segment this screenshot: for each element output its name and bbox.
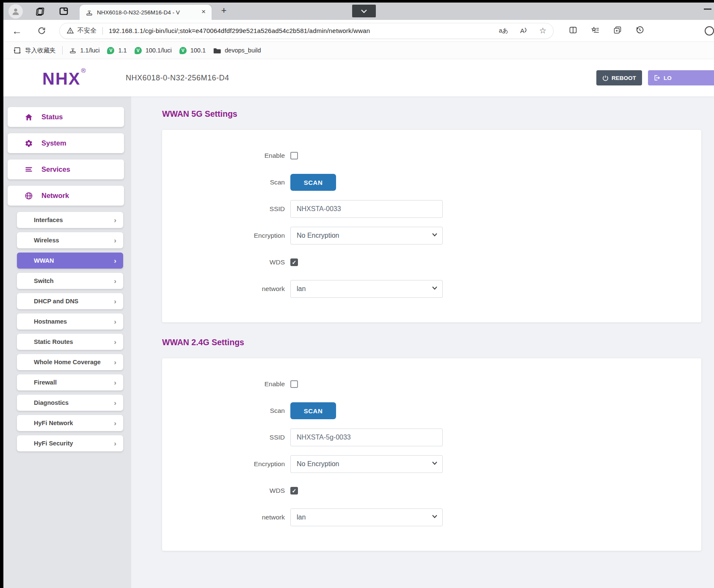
profile-avatar[interactable]: [8, 4, 23, 19]
v-favicon: V: [179, 47, 187, 54]
enable-checkbox[interactable]: [290, 380, 298, 388]
bookmark-item[interactable]: 1.1/luci: [65, 44, 104, 56]
chevron-right-icon: ›: [114, 440, 116, 447]
sidebar-item-hyfi-security[interactable]: HyFi Security ›: [17, 435, 123, 451]
wds-label: WDS: [162, 487, 285, 495]
sidebar-item-hyfi-network[interactable]: HyFi Network ›: [17, 415, 123, 431]
section-title-wwan-5g: WWAN 5G Settings: [162, 109, 701, 119]
copilot-icon[interactable]: [705, 26, 714, 36]
import-favorites-label: 导入收藏夹: [25, 47, 56, 55]
chevron-right-icon: ›: [114, 359, 116, 366]
read-aloud-icon[interactable]: A: [520, 27, 527, 34]
network-label: network: [162, 514, 285, 521]
bookmark-item[interactable]: devops_build: [210, 45, 265, 56]
back-button[interactable]: ←: [11, 25, 23, 37]
screen-top-edge: [0, 0, 714, 3]
bookmark-label: 1.1/luci: [80, 47, 100, 54]
refresh-button[interactable]: [36, 25, 47, 37]
reboot-button[interactable]: REBOOT: [596, 70, 642, 85]
list-icon: [25, 165, 33, 174]
scan-label: Scan: [162, 179, 285, 186]
encryption-value: No Encryption: [297, 460, 339, 468]
collections-add-icon[interactable]: [613, 26, 622, 36]
chevron-down-icon: [361, 9, 367, 13]
sidebar-item-system[interactable]: System: [8, 133, 124, 153]
chevron-down-icon: [432, 233, 437, 236]
folder-icon: [213, 47, 221, 54]
import-favorites-icon: [13, 47, 21, 54]
wds-checkbox[interactable]: ✓: [290, 487, 298, 495]
sidebar-item-firewall[interactable]: Firewall ›: [17, 374, 123, 390]
sidebar-item-hostnames[interactable]: Hostnames ›: [17, 313, 123, 330]
ssid-input[interactable]: [290, 429, 443, 446]
chevron-right-icon: ›: [114, 237, 116, 244]
sidebar-item-dhcp-and-dns[interactable]: DHCP and DNS ›: [17, 293, 123, 309]
sidebar-item-diagnostics[interactable]: Diagnostics ›: [17, 395, 123, 411]
sidebar-item-status[interactable]: Status: [8, 107, 124, 127]
ssid-input[interactable]: [290, 200, 443, 218]
encryption-select[interactable]: No Encryption: [290, 455, 443, 473]
sidebar-item-wireless[interactable]: Wireless ›: [17, 232, 123, 248]
address-bar[interactable]: 不安全 192.168.1.1/cgi-bin/luci/;stok=e4700…: [59, 23, 554, 39]
bookmark-item[interactable]: V 100.1: [176, 45, 210, 56]
security-label: 不安全: [77, 27, 96, 35]
network-select[interactable]: lan: [290, 508, 443, 526]
bookmark-label: 1.1: [118, 47, 127, 54]
address-divider: [102, 27, 103, 35]
wwan-5g-settings-card: Enable Scan SCAN SSID Encryption No Encr…: [162, 130, 701, 322]
screen-left-edge: [0, 0, 3, 588]
chevron-right-icon: ›: [114, 257, 116, 264]
bookmark-item[interactable]: V 100.1/luci: [131, 45, 176, 56]
network-value: lan: [297, 285, 306, 293]
network-subnav: Interfaces › Wireless › WWAN › Switch › …: [3, 212, 131, 451]
sidebar-item-label: System: [41, 139, 66, 147]
tab-list-dropdown-button[interactable]: [352, 5, 376, 17]
sidebar-item-network[interactable]: Network: [8, 186, 124, 206]
router-icon: [69, 47, 77, 54]
sidebar-item-interfaces[interactable]: Interfaces ›: [17, 212, 123, 228]
sidebar-nav: Status System Services Network Interface…: [3, 96, 131, 588]
history-icon[interactable]: [635, 25, 644, 36]
sidebar-item-whole-home-coverage[interactable]: Whole Home Coverage ›: [17, 354, 123, 370]
chevron-right-icon: ›: [114, 379, 116, 386]
logout-button[interactable]: LO: [648, 70, 714, 85]
enable-label: Enable: [162, 380, 285, 388]
import-favorites-button[interactable]: 导入收藏夹: [9, 44, 60, 57]
bookmarks-bar: 导入收藏夹 1.1/luci V 1.1 V 100.1/luci V 100.…: [3, 42, 714, 59]
chevron-right-icon: ›: [114, 278, 116, 285]
minimize-window-button[interactable]: [704, 8, 711, 10]
sidebar-item-switch[interactable]: Switch ›: [17, 273, 123, 289]
browser-tab[interactable]: NHX6018-0-N32-256M16-D4 - V ×: [80, 5, 212, 20]
url-text: 192.168.1.1/cgi-bin/luci/;stok=e470064df…: [109, 27, 492, 34]
network-select[interactable]: lan: [290, 280, 443, 298]
sidebar-item-services[interactable]: Services: [8, 159, 124, 179]
workspaces-icon[interactable]: [36, 6, 46, 16]
network-value: lan: [297, 514, 306, 521]
tab-close-icon[interactable]: ×: [200, 8, 207, 16]
section-title-wwan-24g: WWAN 2.4G Settings: [162, 338, 701, 347]
scan-button[interactable]: SCAN: [290, 174, 336, 191]
new-tab-button[interactable]: +: [218, 5, 229, 16]
sidebar-item-static-routes[interactable]: Static Routes ›: [17, 334, 123, 350]
chevron-right-icon: ›: [114, 420, 116, 427]
v-favicon: V: [135, 47, 142, 54]
scan-label: Scan: [162, 407, 285, 415]
split-screen-icon[interactable]: [569, 26, 577, 36]
sidebar-item-wwan[interactable]: WWAN ›: [17, 253, 123, 269]
v-favicon: V: [107, 47, 114, 54]
scan-button[interactable]: SCAN: [290, 402, 336, 419]
tab-layout-icon[interactable]: [58, 6, 69, 16]
favorites-list-icon[interactable]: [591, 26, 600, 36]
bookmark-item[interactable]: V 1.1: [103, 45, 130, 56]
main-content: WWAN 5G Settings Enable Scan SCAN SSID E…: [131, 96, 714, 588]
enable-checkbox[interactable]: [290, 152, 298, 159]
site-security-badge[interactable]: 不安全: [66, 27, 96, 35]
encryption-select[interactable]: No Encryption: [290, 227, 443, 245]
logout-icon: [653, 74, 660, 81]
ssid-label: SSID: [162, 434, 285, 441]
favorite-star-icon[interactable]: ☆: [539, 26, 546, 36]
wwan-24g-settings-card: Enable Scan SCAN SSID Encryption No Encr…: [162, 358, 701, 551]
wds-checkbox[interactable]: ✓: [290, 258, 298, 266]
bookmark-label: 100.1: [190, 47, 206, 54]
translate-icon[interactable]: aあ: [499, 27, 508, 35]
